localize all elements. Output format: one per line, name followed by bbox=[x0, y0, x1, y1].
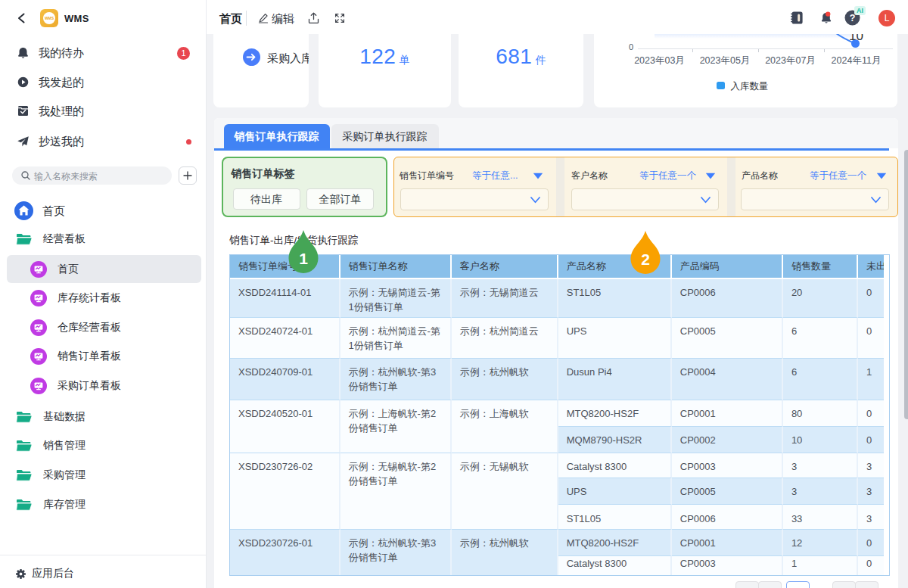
svg-text:1: 1 bbox=[299, 250, 308, 267]
svg-text:2: 2 bbox=[641, 250, 650, 268]
